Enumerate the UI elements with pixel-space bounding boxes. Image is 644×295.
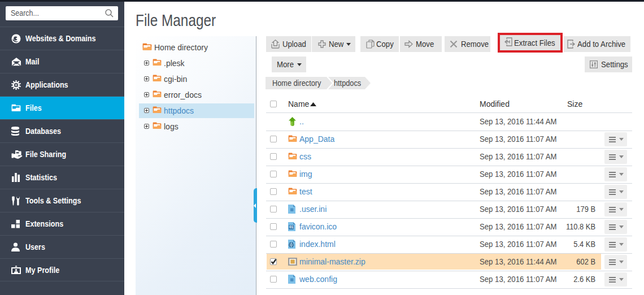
- svg-text:01: 01: [289, 225, 294, 229]
